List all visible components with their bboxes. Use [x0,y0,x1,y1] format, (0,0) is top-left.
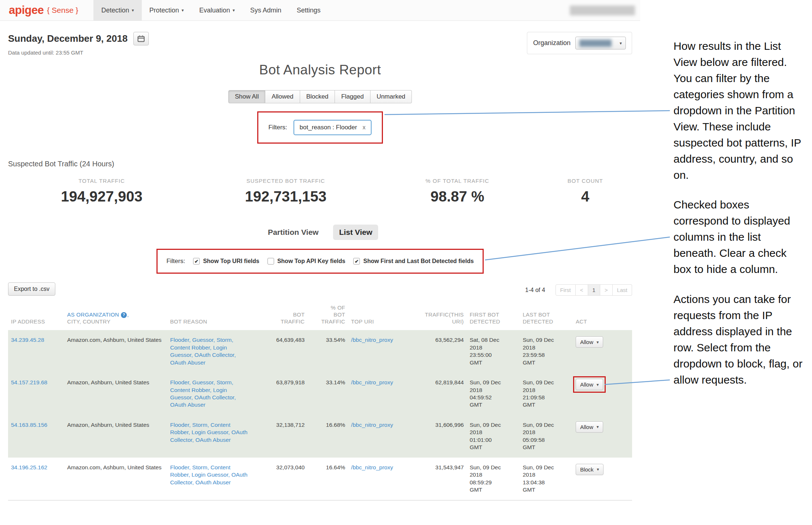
nav-item-evaluation[interactable]: Evaluation ▾ [192,0,243,21]
table-row: 54.157.219.68 Amazon, Ashburn, United St… [8,373,632,415]
as-organization-cell: Amazon.com, Ashburn, United States [64,458,167,500]
stat-total-traffic: TOTAL TRAFFIC 194,927,903 [8,178,195,205]
suspected-bot-traffic-heading: Suspected Bot Traffic (24 Hours) [8,160,632,168]
nav-item-detection[interactable]: Detection ▾ [93,0,141,21]
table-header-row: IP ADDRESS AS ORGANIZATION?,CITY, COUNTR… [8,302,632,330]
stat-value: 98.87 % [376,188,539,205]
pagination-next[interactable]: > [600,284,613,296]
last-bot-detected-cell: Sun, 09 Dec 2018 13:04:38 GMT [520,458,573,500]
checkbox-show-first-last-bot-detected-fields[interactable]: ✔ Show First and Last Bot Detected field… [353,258,473,265]
tab-partition-view[interactable]: Partition View [262,225,324,240]
action-label: Block [580,466,594,473]
filter-tag-label: bot_reason : Flooder [300,124,357,131]
city-country-label: CITY, COUNTRY [67,318,164,325]
pct-bot-traffic-cell: 16.68% [307,415,348,458]
info-icon[interactable]: ? [121,312,127,318]
apigee-logo[interactable]: apigee [9,4,44,17]
top-uri-link[interactable]: /bbc_nitro_proxy [351,337,393,343]
checkbox-label: Show Top API Key fields [277,258,346,265]
pagination-last[interactable]: Last [613,284,632,296]
tab-blocked[interactable]: Blocked [300,90,335,103]
check-icon: ✔ [195,259,199,264]
stat-bot-count: BOT COUNT 4 [539,178,632,205]
nav-item-label: Settings [297,7,321,14]
col-bot-traffic[interactable]: BOT TRAFFIC [251,302,307,330]
checkbox-unchecked [267,258,274,265]
col-pct-bot-traffic[interactable]: % OF BOT TRAFFIC [307,302,348,330]
pagination-first[interactable]: First [556,284,576,296]
caret-down-icon: ▾ [597,340,599,345]
action-dropdown[interactable]: Allow ▾ [576,379,603,390]
tab-allowed[interactable]: Allowed [265,90,300,103]
bot-reason-links[interactable]: Flooder, Guessor, Storm, Content Robber,… [170,379,236,408]
export-csv-button[interactable]: Export to .csv [8,282,55,296]
ip-address-cell: 54.157.219.68 [8,373,64,415]
column-filters-highlight-box: Filters: ✔ Show Top URI fields Show Top … [156,249,484,274]
report-date: Sunday, December 9, 2018 [8,33,128,44]
as-organization-label: AS ORGANIZATION [67,311,119,318]
col-ip-address[interactable]: IP ADDRESS [8,302,64,330]
nav-item-settings[interactable]: Settings [289,0,328,21]
action-highlight-box: Allow ▾ [576,379,603,390]
organization-label: Organization [533,39,571,47]
nav-item-sys-admin[interactable]: Sys Admin [243,0,289,21]
caret-down-icon: ▾ [182,8,184,13]
top-uri-link[interactable]: /bbc_nitro_proxy [351,379,393,385]
report-header-row: Sunday, December 9, 2018 Data updated un… [8,32,632,56]
checkbox-show-top-api-key-fields[interactable]: Show Top API Key fields [267,258,346,265]
top-uri-cell: /bbc_nitro_proxy [348,373,414,415]
col-first-bot-detected[interactable]: FIRST BOT DETECTED [467,302,520,330]
apigee-sense-app: apigee { Sense } Detection ▾ Protection … [0,0,640,500]
stat-label: % OF TOTAL TRAFFIC [376,178,539,184]
calendar-button[interactable] [133,32,149,45]
bot-reason-links[interactable]: Flooder, Storm, Content Robber, Login Gu… [170,464,247,485]
caret-down-icon: ▾ [597,424,599,429]
action-dropdown[interactable]: Block ▾ [576,464,604,475]
pagination: 1-4 of 4 First < 1 > Last [525,284,632,296]
last-bot-detected-cell: Sun, 09 Dec 2018 21:09:58 GMT [520,373,573,415]
tab-show-all[interactable]: Show All [228,90,265,103]
top-uri-link[interactable]: /bbc_nitro_proxy [351,464,393,470]
bot-reason-cell: Flooder, Storm, Content Robber, Login Gu… [167,458,251,500]
filters-label: Filters: [269,124,287,131]
stat-pct-total-traffic: % OF TOTAL TRAFFIC 98.87 % [376,178,539,205]
col-traffic-this-uri[interactable]: TRAFFIC(THIS URI) [414,302,467,330]
checkbox-checked: ✔ [353,258,360,265]
filter-tag-bot-reason[interactable]: bot_reason : Flooder x [294,120,372,135]
ip-address-cell: 54.163.85.156 [8,415,64,458]
col-bot-reason[interactable]: BOT REASON [167,302,251,330]
as-organization-cell: Amazon, Ashburn, United States [64,415,167,458]
traffic-this-uri-cell: 62,819,844 [414,373,467,415]
nav-item-protection[interactable]: Protection ▾ [142,0,192,21]
action-dropdown[interactable]: Allow ▾ [576,421,603,433]
stats-row: TOTAL TRAFFIC 194,927,903 SUSPECTED BOT … [8,178,632,205]
ip-address-link[interactable]: 34.239.45.28 [11,337,44,343]
ip-address-link[interactable]: 34.196.25.162 [11,464,47,470]
checkbox-show-top-uri-fields[interactable]: ✔ Show Top URI fields [193,258,259,265]
last-bot-detected-cell: Sun, 09 Dec 2018 05:09:58 GMT [520,415,573,458]
tab-unmarked[interactable]: Unmarked [370,90,412,103]
bot-reason-links[interactable]: Flooder, Storm, Content Robber, Login Gu… [170,422,247,443]
top-uri-link[interactable]: /bbc_nitro_proxy [351,422,393,428]
tab-list-view[interactable]: List View [333,225,378,240]
nav-item-label: Detection [101,7,129,14]
organization-dropdown[interactable]: ▾ [575,37,626,49]
ip-address-link[interactable]: 54.157.219.68 [11,379,47,385]
pagination-page-1[interactable]: 1 [588,284,600,296]
stat-label: BOT COUNT [539,178,632,184]
col-last-bot-detected[interactable]: LAST BOT DETECTED [520,302,573,330]
ip-address-link[interactable]: 54.163.85.156 [11,422,47,428]
remove-filter-icon[interactable]: x [362,124,365,131]
stat-suspected-bot-traffic: SUSPECTED BOT TRAFFIC 192,731,153 [195,178,376,205]
top-uri-cell: /bbc_nitro_proxy [348,458,414,500]
pagination-prev[interactable]: < [576,284,588,296]
action-dropdown[interactable]: Allow ▾ [576,336,603,348]
col-as-organization[interactable]: AS ORGANIZATION?,CITY, COUNTRY [64,302,167,330]
tab-flagged[interactable]: Flagged [335,90,370,103]
annotation-list-view-filters: How results in the List View below are f… [673,38,802,183]
caret-down-icon: ▾ [233,8,235,13]
col-act[interactable]: ACT [573,302,632,330]
col-top-uri[interactable]: TOP URI [348,302,414,330]
user-account-redacted[interactable] [570,5,635,15]
bot-reason-links[interactable]: Flooder, Guessor, Storm, Content Robber,… [170,337,236,365]
